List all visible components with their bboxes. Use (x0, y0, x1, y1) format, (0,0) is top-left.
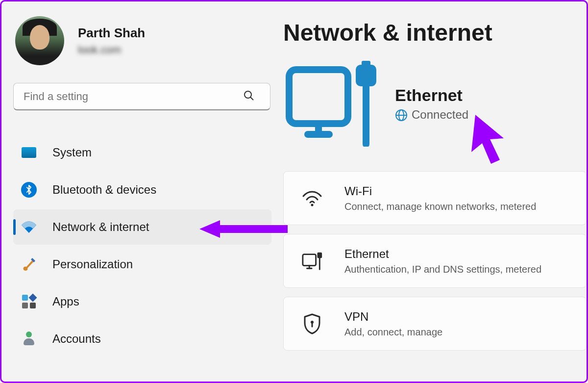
wifi-icon (20, 218, 38, 236)
sidebar-item-label: Apps (52, 295, 79, 308)
nav-list: System Bluetooth & devices (13, 135, 271, 357)
globe-icon (395, 109, 407, 121)
hero-name: Ethernet (395, 86, 468, 105)
svg-rect-7 (362, 61, 370, 67)
hero-texts: Ethernet Connected (395, 86, 468, 122)
sidebar-item-label: Personalization (52, 257, 133, 271)
svg-rect-17 (318, 253, 322, 258)
sidebar-item-apps[interactable]: Apps (13, 284, 271, 319)
sidebar: Parth Shah look.com System (1, 1, 283, 382)
card-title: Ethernet (344, 247, 541, 261)
user-block[interactable]: Parth Shah look.com (15, 16, 271, 65)
card-sub: Add, connect, manage (344, 327, 442, 338)
annotation-arrow-icon (199, 218, 288, 240)
shield-lock-icon (301, 313, 323, 334)
svg-rect-3 (289, 70, 348, 124)
page-title: Network & internet (283, 19, 587, 46)
user-texts: Parth Shah look.com (78, 26, 145, 56)
settings-window: Parth Shah look.com System (0, 0, 588, 383)
wifi-icon (301, 187, 323, 209)
card-texts: Wi-Fi Connect, manage known networks, me… (344, 184, 536, 212)
sidebar-item-label: System (52, 146, 92, 159)
sidebar-item-bluetooth[interactable]: Bluetooth & devices (13, 172, 271, 207)
sidebar-item-label: Bluetooth & devices (52, 183, 156, 197)
card-texts: VPN Add, connect, manage (344, 310, 442, 338)
card-wifi[interactable]: Wi-Fi Connect, manage known networks, me… (283, 171, 587, 225)
bluetooth-icon (20, 181, 38, 199)
sidebar-item-personalization[interactable]: Personalization (13, 247, 271, 282)
brush-icon (20, 255, 38, 273)
svg-point-13 (311, 204, 314, 206)
apps-icon (20, 293, 38, 310)
svg-point-0 (245, 91, 251, 98)
card-texts: Ethernet Authentication, IP and DNS sett… (344, 247, 541, 275)
card-sub: Authentication, IP and DNS settings, met… (344, 264, 541, 275)
card-title: VPN (344, 310, 442, 324)
svg-rect-14 (303, 255, 316, 266)
search-input[interactable] (13, 83, 270, 110)
search-icon[interactable] (243, 90, 255, 103)
user-name: Parth Shah (78, 26, 145, 41)
user-email: look.com (78, 44, 145, 56)
sidebar-item-accounts[interactable]: Accounts (13, 321, 271, 357)
svg-line-1 (250, 97, 253, 100)
svg-marker-12 (471, 115, 504, 164)
sidebar-item-network[interactable]: Network & internet (13, 209, 271, 245)
sidebar-item-label: Accounts (52, 332, 101, 346)
annotation-cursor-icon (469, 115, 518, 169)
svg-marker-2 (199, 220, 288, 238)
search-row (13, 83, 271, 110)
network-hero[interactable]: Ethernet Connected (283, 61, 587, 147)
settings-cards: Wi-Fi Connect, manage known networks, me… (283, 171, 587, 351)
main-panel: Network & internet Ethernet (283, 1, 587, 382)
sidebar-item-system[interactable]: System (13, 135, 271, 170)
card-title: Wi-Fi (344, 184, 536, 198)
card-sub: Connect, manage known networks, metered (344, 201, 536, 212)
sidebar-item-label: Network & internet (52, 220, 149, 234)
person-icon (20, 330, 38, 348)
card-ethernet[interactable]: Ethernet Authentication, IP and DNS sett… (283, 234, 587, 288)
hero-status-row: Connected (395, 108, 468, 122)
system-icon (20, 144, 38, 161)
avatar (15, 16, 64, 65)
ethernet-hero-icon (283, 61, 381, 147)
hero-status: Connected (412, 108, 468, 122)
card-vpn[interactable]: VPN Add, connect, manage (283, 297, 587, 351)
ethernet-icon (301, 250, 323, 272)
